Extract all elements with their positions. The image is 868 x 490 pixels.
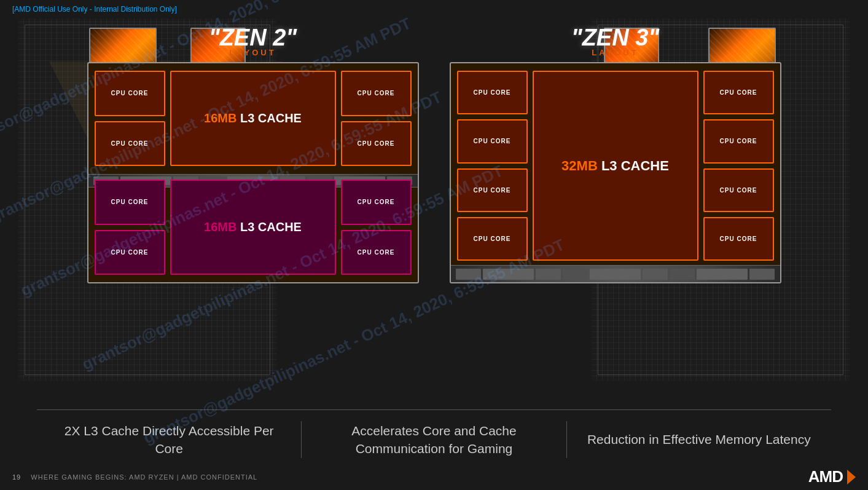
zen2-diagram: "ZEN 2" LAYOUT CPU CORE CPU CORE 16MB L3… [87, 25, 419, 283]
zen3-diagram: "ZEN 3" LAYOUT CPU CORE CPU CORE CPU COR… [450, 25, 781, 283]
zen3-core-r2: CPU CORE [703, 119, 774, 163]
top-bar-text: [AMD Official Use Only - Internal Distri… [12, 5, 177, 14]
divider-line [37, 409, 831, 410]
zen2-core-br1: CPU CORE [341, 180, 412, 225]
zen3-title: "ZEN 3" LAYOUT [571, 25, 660, 57]
zen3-core-l2: CPU CORE [457, 119, 528, 163]
amd-logo-text: AMD [808, 467, 843, 486]
zen3-l3: 32MB L3 CACHE [533, 71, 698, 261]
zen2-title: "ZEN 2" LAYOUT [209, 25, 297, 57]
zen3-core-r3: CPU CORE [703, 168, 774, 212]
zen3-right-cores: CPU CORE CPU CORE CPU CORE CPU CORE [703, 71, 774, 261]
bottom-section: 2X L3 Cache Directly Accessible Per Core… [37, 413, 831, 467]
zen2-core-br2: CPU CORE [341, 230, 412, 275]
page-number: 19 [12, 473, 21, 481]
zen2-l3-top: 16MB L3 CACHE [170, 71, 336, 166]
zen2-l3-bottom: 16MB L3 CACHE [170, 180, 336, 275]
amd-logo: AMD [808, 467, 856, 486]
top-bar: [AMD Official Use Only - Internal Distri… [12, 5, 177, 14]
bottom-item-1: 2X L3 Cache Directly Accessible Per Core [37, 422, 301, 458]
zen2-die: CPU CORE CPU CORE 16MB L3 CACHE CPU CORE… [87, 62, 419, 283]
zen3-title-main: "ZEN 3" [571, 25, 660, 51]
bottom-item-2: Accelerates Core and Cache Communication… [302, 422, 566, 458]
zen2-bottom-left-cores: CPU CORE CPU CORE [95, 180, 165, 275]
footer-text: WHERE GAMING BEGINS: AMD RYZEN | AMD CON… [31, 473, 257, 481]
zen3-core-r4: CPU CORE [703, 217, 774, 261]
zen2-top-left-cores: CPU CORE CPU CORE [95, 71, 165, 166]
zen2-top-right-cores: CPU CORE CPU CORE [341, 71, 412, 166]
zen2-core-bl1: CPU CORE [95, 180, 165, 225]
zen3-die: CPU CORE CPU CORE CPU CORE CPU CORE 32MB… [450, 62, 781, 283]
zen2-core-tr2: CPU CORE [341, 121, 412, 167]
zen3-core-r1: CPU CORE [703, 71, 774, 114]
zen3-core-l4: CPU CORE [457, 217, 528, 261]
zen2-core-tr1: CPU CORE [341, 71, 412, 116]
bottom-item-3: Reduction in Effective Memory Latency [567, 430, 831, 448]
zen2-ccx-bottom: CPU CORE CPU CORE 16MB L3 CACHE CPU CORE… [95, 180, 412, 275]
footer: 19 WHERE GAMING BEGINS: AMD RYZEN | AMD … [12, 467, 856, 486]
zen3-ccx-single: CPU CORE CPU CORE CPU CORE CPU CORE 32MB… [457, 71, 774, 261]
zen2-core-bl2: CPU CORE [95, 230, 165, 275]
zen3-core-l3: CPU CORE [457, 168, 528, 212]
zen3-core-l1: CPU CORE [457, 71, 528, 114]
zen2-core-tl2: CPU CORE [95, 121, 165, 167]
zen2-ccx-top: CPU CORE CPU CORE 16MB L3 CACHE CPU CORE… [95, 71, 412, 166]
amd-logo-arrow [847, 470, 856, 484]
zen2-core-tl1: CPU CORE [95, 71, 165, 116]
zen3-left-cores: CPU CORE CPU CORE CPU CORE CPU CORE [457, 71, 528, 261]
zen2-bottom-right-cores: CPU CORE CPU CORE [341, 180, 412, 275]
zen2-title-main: "ZEN 2" [209, 25, 297, 51]
zen3-io-strip [451, 265, 780, 282]
footer-left: 19 WHERE GAMING BEGINS: AMD RYZEN | AMD … [12, 473, 257, 481]
